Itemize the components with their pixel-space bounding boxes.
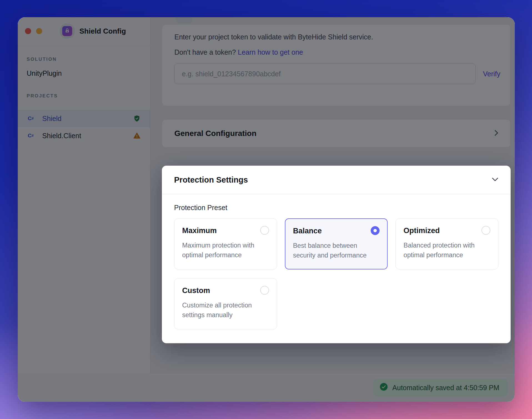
radio-maximum[interactable] xyxy=(260,226,269,235)
preset-card-maximum[interactable]: Maximum Maximum protection with optimal … xyxy=(174,218,277,269)
protection-settings-title: Protection Settings xyxy=(174,175,248,185)
protection-preset-label: Protection Preset xyxy=(162,194,511,212)
desktop-background: Shield Config SOLUTION UnityPlugin PROJE… xyxy=(0,0,532,419)
preset-description: Maximum protection with optimal performa… xyxy=(182,241,269,260)
chevron-down-icon[interactable] xyxy=(491,175,500,185)
app-window: Shield Config SOLUTION UnityPlugin PROJE… xyxy=(18,17,515,402)
preset-title: Optimized xyxy=(403,226,440,235)
radio-optimized[interactable] xyxy=(481,226,490,235)
protection-settings-panel: Protection Settings Protection Preset Ma… xyxy=(162,166,511,343)
protection-settings-header[interactable]: Protection Settings xyxy=(162,166,511,194)
preset-card-optimized[interactable]: Optimized Balanced protection with optim… xyxy=(395,218,498,269)
preset-card-balance[interactable]: Balance Best balance between security an… xyxy=(285,218,388,269)
radio-balance-selected[interactable] xyxy=(371,226,380,235)
preset-title: Maximum xyxy=(182,226,217,235)
preset-grid: Maximum Maximum protection with optimal … xyxy=(162,212,511,329)
preset-description: Balanced protection with optimal perform… xyxy=(403,241,490,260)
preset-title: Balance xyxy=(293,226,322,235)
preset-description: Customize all protection settings manual… xyxy=(182,301,269,320)
preset-description: Best balance between security and perfor… xyxy=(293,241,380,261)
preset-title: Custom xyxy=(182,286,210,295)
preset-card-custom[interactable]: Custom Customize all protection settings… xyxy=(174,278,277,329)
radio-custom[interactable] xyxy=(260,286,269,295)
